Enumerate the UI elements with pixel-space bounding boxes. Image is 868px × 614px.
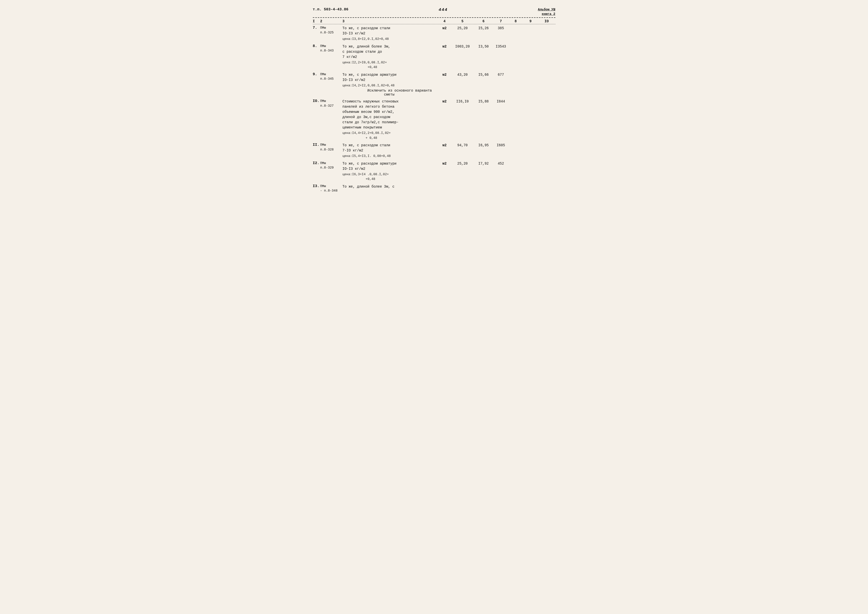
entry-13: I3. ПМм - п.8-348 То же, длиной более 3м…	[313, 184, 555, 193]
entry-13-price	[474, 184, 493, 185]
col-header-5: 5	[451, 19, 474, 23]
entry-12: I2. ПМм п.8-329 То же, с расходом армату…	[313, 161, 555, 181]
entry-9-total: 677	[493, 72, 508, 77]
entry-11-unit: м2	[438, 143, 451, 147]
entry-8-unit: м2	[438, 44, 451, 48]
entry-9-subtext: цена:I4,2+I2,0,08.I,02+0,48	[343, 83, 555, 88]
header-row: т.п. 503-4-43.86 444 Альбом УШ книга 2	[313, 8, 555, 16]
entry-10-price: I5,88	[474, 99, 493, 104]
page: т.п. 503-4-43.86 444 Альбом УШ книга 2 I…	[313, 8, 555, 193]
entry-12-code-l1: ПМм	[320, 161, 343, 166]
header-right: Альбом УШ книга 2	[538, 8, 555, 16]
entry-10: IO. ПМм п.8-327 Стоимость наружных стено…	[313, 99, 555, 140]
entry-11-code: ПМм п.8-328	[320, 143, 343, 152]
entry-11-code-l1: ПМм	[320, 143, 343, 147]
entry-8-desc-l1: То же, длиной более 3м,	[343, 44, 436, 49]
entry-11-desc-l1: То же, с расходом стали	[343, 143, 436, 148]
entry-7-desc-l2: IO-I3 кг/м2	[343, 31, 436, 36]
col-header-3: 3	[343, 19, 438, 23]
entry-9-code: ПМм п.8-345	[320, 72, 343, 81]
entry-9-desc: То же, с расходом арматури IO-I3 кг/м2	[343, 72, 438, 83]
entry-13-desc: То же, длиной более 3м, с	[343, 184, 438, 189]
entry-8-num: 8.	[313, 44, 320, 48]
entry-10-code-l2: п.8-327	[320, 104, 343, 108]
entry-12-main: I2. ПМм п.8-329 То же, с расходом армату…	[313, 161, 555, 172]
entry-12-qty: 25,20	[451, 161, 474, 166]
entry-8-price: I3,50	[474, 44, 493, 48]
col-header-4: 4	[438, 19, 451, 23]
entry-10-desc: Стоимость наружных стеновых панелей из л…	[343, 99, 438, 130]
page-number: 444	[439, 8, 448, 12]
entry-10-main: IO. ПМм п.8-327 Стоимость наружных стено…	[313, 99, 555, 130]
entry-7-main: 7. ПМм п.8-325 То же, с расходом стали I…	[313, 26, 555, 36]
entry-7-unit: м2	[438, 26, 451, 30]
entry-7-qty: 25,20	[451, 26, 474, 30]
entry-7-code-l2: п.8-325	[320, 31, 343, 35]
header-center: 444	[439, 8, 448, 12]
entries-container: 7. ПМм п.8-325 То же, с расходом стали I…	[313, 26, 555, 193]
entry-7-code: ПМм п.8-325	[320, 26, 343, 35]
entry-11: II. ПМм п.8-328 То же, с расходом стали …	[313, 143, 555, 159]
entry-13-num: I3.	[313, 184, 320, 188]
entry-10-desc-l3: объемным весом 900 кг/м2,	[343, 109, 436, 115]
album-line2: книга 2	[538, 12, 555, 16]
entry-9-code-l1: ПМм	[320, 72, 343, 77]
entry-12-price: I7,92	[474, 161, 493, 166]
entry-10-desc-l5: стали до 7кгр/м2,с полимер-	[343, 120, 436, 125]
album-line1: Альбом УШ	[538, 8, 555, 12]
header-left: т.п. 503-4-43.86	[313, 8, 349, 12]
col-header-2: 2	[320, 19, 343, 23]
entry-10-desc-l1: Стоимость наружных стеновых	[343, 99, 436, 104]
entry-8-desc: То же, длиной более 3м, с расходом стали…	[343, 44, 438, 60]
entry-10-subtext: цена:I4,4+I2,2+0,08.I,02+ + 0,48	[343, 131, 555, 140]
entry-13-desc-l1: То же, длиной более 3м, с	[343, 184, 436, 189]
col-header-10: IO	[538, 19, 555, 23]
entry-8-desc-l2: с расходом стали до	[343, 49, 436, 54]
entry-8-code: ПМм п.8-343	[320, 44, 343, 53]
entry-10-desc-l2: панелей из легкого бетона	[343, 104, 436, 109]
entry-9: 9. ПМм п.8-345 То же, с расходом арматур…	[313, 72, 555, 97]
entry-12-desc-l2: IO-I3 кг/м2	[343, 166, 436, 172]
entry-10-desc-l4: длиной до 3м,с расходом	[343, 115, 436, 120]
entry-12-code: ПМм п.8-329	[320, 161, 343, 170]
entry-8: 8. ПМм п.8-343 То же, длиной более 3м, с…	[313, 44, 555, 70]
entry-7-code-l1: ПМм	[320, 26, 343, 30]
entry-9-unit: м2	[438, 72, 451, 77]
entry-7-total: 385	[493, 26, 508, 30]
entry-13-main: I3. ПМм - п.8-348 То же, длиной более 3м…	[313, 184, 555, 193]
entry-12-unit: м2	[438, 161, 451, 166]
entry-13-code: ПМм - п.8-348	[320, 184, 343, 193]
col-header-6: 6	[474, 19, 493, 23]
entry-11-qty: 94,70	[451, 143, 474, 147]
entry-11-desc: То же, с расходом стали 7-IO кг/м2	[343, 143, 438, 153]
entry-11-total: I605	[493, 143, 508, 147]
entry-12-desc: То же, с расходом арматури IO-I3 кг/м2	[343, 161, 438, 172]
entry-10-total: I844	[493, 99, 508, 104]
entry-12-subtext: цена:I6,3+I4 .0,08.I,02+ +0,48	[343, 172, 555, 181]
entry-7-price: I5,26	[474, 26, 493, 30]
entry-9-desc-l1: То же, с расходом арматури	[343, 72, 436, 78]
entry-11-price: I6,95	[474, 143, 493, 147]
entry-12-code-l2: п.8-329	[320, 166, 343, 170]
entry-12-num: I2.	[313, 161, 320, 165]
entry-8-code-l2: п.8-343	[320, 48, 343, 53]
entry-8-qty: I003,20	[451, 44, 474, 48]
entry-9-num: 9.	[313, 72, 320, 76]
entry-10-qty: II6,I0	[451, 99, 474, 104]
entry-11-main: II. ПМм п.8-328 То же, с расходом стали …	[313, 143, 555, 153]
entry-7-num: 7.	[313, 26, 320, 30]
entry-7: 7. ПМм п.8-325 То же, с расходом стали I…	[313, 26, 555, 42]
entry-11-subtext: цена:I5,4+I3,I. 0,08+0,48	[343, 154, 555, 159]
entry-10-unit: м2	[438, 99, 451, 104]
col-header-8: 8	[508, 19, 523, 23]
entry-10-num: IO.	[313, 99, 320, 103]
entry-9-main: 9. ПМм п.8-345 То же, с расходом арматур…	[313, 72, 555, 83]
entry-9-qty: 43,20	[451, 72, 474, 77]
entry-11-num: II.	[313, 143, 320, 147]
col-header-1: I	[313, 19, 320, 23]
entry-13-total	[493, 184, 508, 185]
entry-13-unit	[438, 184, 451, 185]
entry-9-price: I5,66	[474, 72, 493, 77]
entry-10-code: ПМм п.8-327	[320, 99, 343, 108]
entry-8-main: 8. ПМм п.8-343 То же, длиной более 3м, с…	[313, 44, 555, 60]
